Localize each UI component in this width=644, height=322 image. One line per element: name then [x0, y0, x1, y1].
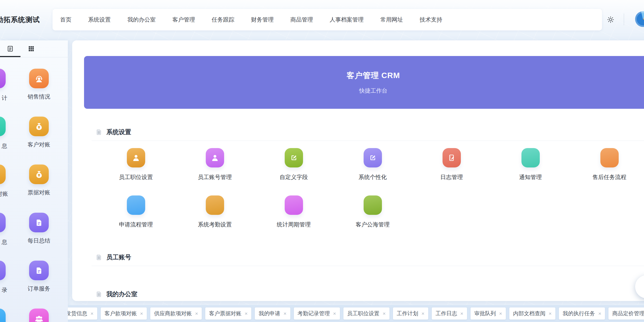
top-nav: 首页 系统设置 我的办公室 客户管理 任务跟踪 财务管理 商品管理 人事档案管理… — [53, 9, 602, 30]
nav-item-system-settings[interactable]: 系统设置 — [88, 16, 111, 23]
tab-customer-invoice-reconcile[interactable]: 客户票据对账× — [205, 307, 251, 320]
moneybag-icon — [0, 164, 6, 184]
banner-title: 客户管理 CRM — [347, 70, 400, 81]
nav-item-finance-mgmt[interactable]: 财务管理 — [251, 16, 274, 23]
section-divider — [92, 141, 644, 141]
close-icon[interactable]: × — [245, 311, 248, 316]
edit-icon — [285, 148, 303, 167]
sidebar-app-sales-status[interactable]: 销售情况 — [29, 69, 49, 100]
app-icon — [0, 309, 6, 322]
app-stat-period-mgmt[interactable]: 统计周期管理 — [254, 195, 333, 228]
sidebar-app-partial[interactable] — [0, 164, 6, 184]
sidebar-app-daily-summary[interactable]: 每日总结 — [29, 213, 49, 244]
brand-logo-text: 勤拓系统测试 — [0, 15, 40, 24]
crm-banner: 客户管理 CRM 快捷工作台 — [84, 56, 644, 109]
app-root: 勤拓系统测试 首页 系统设置 我的办公室 客户管理 任务跟踪 财务管理 商品管理… — [0, 0, 644, 322]
moneybag-icon — [29, 164, 49, 184]
list-view-tab-icon[interactable] — [6, 45, 14, 52]
section-doc-icon — [95, 254, 102, 261]
close-icon[interactable]: × — [499, 311, 502, 316]
app-attendance-setup[interactable]: 系统考勤设置 — [175, 195, 254, 228]
section-doc-icon — [95, 129, 102, 136]
document-icon — [0, 261, 6, 280]
document-icon — [29, 213, 49, 232]
nav-item-tech-support[interactable]: 技术支持 — [420, 16, 442, 23]
close-icon[interactable]: × — [140, 311, 143, 316]
app-icon — [364, 195, 382, 215]
sidebar-app-order-service[interactable]: 订单服务 — [29, 261, 49, 292]
sidebar-app-label-partial: 对账 — [0, 190, 8, 198]
app-notification-mgmt[interactable]: 通知管理 — [491, 148, 570, 181]
sidebar-app-partial[interactable] — [29, 309, 49, 322]
apps-row: 申请流程管理 系统考勤设置 统计周期管理 客户公海管理 — [96, 195, 412, 228]
app-icon — [285, 195, 303, 215]
log-icon — [443, 148, 461, 167]
section-header-employee-account: 员工账号 — [95, 253, 131, 261]
app-icon — [0, 117, 6, 136]
app-request-flow-mgmt[interactable]: 申请流程管理 — [96, 195, 175, 228]
document-icon — [0, 213, 6, 232]
close-icon[interactable]: × — [195, 311, 198, 316]
active-tab-underline — [0, 56, 20, 57]
headset-icon — [29, 69, 49, 88]
tab-shipping-info[interactable]: 发货信息× — [68, 307, 97, 320]
theme-toggle-sun-icon[interactable] — [607, 16, 615, 24]
tab-work-plan[interactable]: 工作计划× — [393, 307, 428, 320]
tab-internal-docs[interactable]: 内部文档查阅× — [509, 307, 555, 320]
tab-my-execution-tasks[interactable]: 我的执行任务× — [559, 307, 605, 320]
close-icon[interactable]: × — [90, 311, 93, 316]
sidebar-app-partial[interactable] — [0, 309, 6, 322]
tab-attendance-records[interactable]: 考勤记录管理× — [294, 307, 340, 320]
sidebar-app-customer-reconcile[interactable]: 客户对账 — [29, 117, 49, 148]
sidebar-app-invoice-reconcile[interactable]: 票据对账 — [29, 164, 49, 196]
sidebar-app-label-partial: 息 — [2, 238, 7, 246]
sidebar-app-partial[interactable] — [0, 69, 6, 88]
app-employee-account-mgmt[interactable]: 员工账号管理 — [175, 148, 254, 181]
close-icon[interactable]: × — [383, 311, 386, 316]
section-header-my-office: 我的办公室 — [95, 290, 137, 298]
workbench-panel: 客户管理 CRM 快捷工作台 系统设置 员工职位设置 员工账号管理 自定义字段 — [72, 40, 644, 301]
tab-work-log[interactable]: 工作日志× — [432, 307, 467, 320]
grid-view-tab-icon[interactable] — [27, 45, 35, 52]
tab-employee-position-setup[interactable]: 员工职位设置× — [343, 307, 389, 320]
sidebar-app-partial[interactable] — [0, 213, 6, 232]
app-customer-pool-mgmt[interactable]: 客户公海管理 — [333, 195, 412, 228]
tab-customer-payment-reconcile[interactable]: 客户款项对账× — [101, 307, 147, 320]
company-logo-icon — [635, 11, 644, 27]
app-log-mgmt[interactable]: 日志管理 — [412, 148, 491, 181]
nav-item-my-office[interactable]: 我的办公室 — [127, 16, 156, 23]
app-employee-position-setup[interactable]: 员工职位设置 — [96, 148, 175, 181]
app-aftersales-task-flow[interactable]: 售后任务流程 — [570, 148, 644, 181]
app-icon — [206, 195, 224, 215]
sidebar-app-partial[interactable] — [0, 117, 6, 136]
section-header-system-settings: 系统设置 — [95, 128, 131, 136]
nav-item-hr-archives[interactable]: 人事档案管理 — [330, 16, 364, 23]
app-icon — [521, 148, 540, 167]
close-icon[interactable]: × — [598, 311, 601, 316]
apps-row: 员工职位设置 员工账号管理 自定义字段 系统个性化 日志管理 通知管理 — [96, 148, 644, 181]
close-icon[interactable]: × — [460, 311, 463, 316]
section-divider — [92, 266, 644, 266]
tab-my-requests[interactable]: 我的申请× — [255, 307, 290, 320]
close-icon[interactable]: × — [422, 311, 424, 316]
app-custom-fields[interactable]: 自定义字段 — [254, 148, 333, 181]
tab-product-pricing-mgmt[interactable]: 商品定价管理× — [608, 307, 644, 320]
close-icon[interactable]: × — [283, 311, 286, 316]
section-doc-icon — [95, 291, 102, 298]
banner-subtitle: 快捷工作台 — [359, 87, 388, 94]
nav-item-customer-mgmt[interactable]: 客户管理 — [172, 16, 195, 23]
sidebar-app-label-partial: 息 — [2, 142, 7, 150]
nav-item-task-tracking[interactable]: 任务跟踪 — [212, 16, 234, 23]
nav-item-product-mgmt[interactable]: 商品管理 — [290, 16, 313, 23]
people-icon — [29, 309, 49, 322]
app-system-personalization[interactable]: 系统个性化 — [333, 148, 412, 181]
nav-item-common-urls[interactable]: 常用网址 — [380, 16, 403, 23]
tab-approval-queue[interactable]: 审批队列× — [471, 307, 506, 320]
edit-icon — [364, 148, 382, 167]
close-icon[interactable]: × — [333, 311, 336, 316]
tab-supplier-payment-reconcile[interactable]: 供应商款项对账× — [150, 307, 202, 320]
sidebar-app-partial[interactable] — [0, 261, 6, 280]
close-icon[interactable]: × — [549, 311, 552, 316]
user-icon — [0, 69, 6, 88]
nav-item-home[interactable]: 首页 — [60, 16, 71, 23]
